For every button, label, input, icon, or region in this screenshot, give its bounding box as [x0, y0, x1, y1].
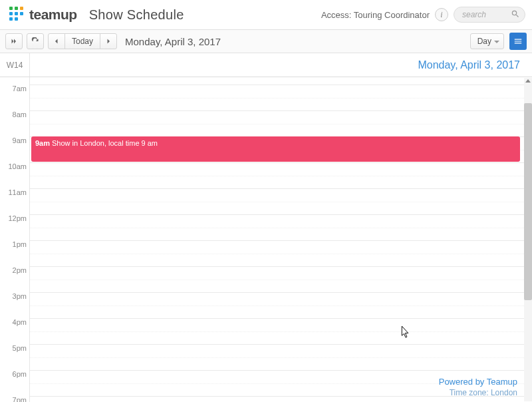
view-selector[interactable]: Day [470, 33, 504, 49]
search-icon[interactable] [511, 9, 520, 19]
time-label: 2pm [0, 266, 30, 274]
logo[interactable]: teamup [9, 7, 77, 23]
halfhour-gridline [30, 228, 532, 228]
time-label: 1pm [0, 240, 30, 248]
info-icon[interactable]: i [435, 8, 448, 21]
app-header: teamup Show Schedule Access: Touring Coo… [0, 0, 532, 29]
time-label: 10am [0, 162, 30, 170]
footer: Powered by Teamup Time zone: London [439, 377, 517, 397]
chevron-double-right-icon [10, 37, 18, 45]
prev-button[interactable] [48, 33, 65, 49]
chevron-right-icon [104, 37, 112, 45]
halfhour-gridline [30, 254, 532, 254]
hour-gridline [30, 292, 532, 293]
chevron-left-icon [53, 37, 61, 45]
hour-gridline [30, 214, 532, 215]
event-title: Show in London, local time 9 am [52, 139, 158, 147]
search-wrap [454, 7, 525, 23]
time-label: 4pm [0, 318, 30, 326]
event-time: 9am [35, 139, 50, 147]
hour-gridline [30, 240, 532, 241]
vertical-scrollbar[interactable] [524, 78, 532, 401]
time-label: 3pm [0, 292, 30, 300]
menu-button[interactable] [509, 33, 527, 50]
header-right: Access: Touring Coordinator i [321, 7, 525, 23]
time-label: 12pm [0, 214, 30, 222]
time-label: 11am [0, 188, 30, 196]
time-gutter: 7am8am9am10am11am12pm1pm2pm3pm4pm5pm6pm7… [0, 77, 30, 402]
toolbar: Today Monday, April 3, 2017 Day [0, 29, 532, 53]
timezone-label[interactable]: Time zone: London [439, 388, 517, 397]
halfhour-gridline [30, 202, 532, 202]
refresh-button[interactable] [27, 33, 44, 49]
view-selector-label: Day [477, 37, 491, 46]
day-date-label[interactable]: Monday, April 3, 2017 [30, 59, 532, 71]
logo-icon [9, 7, 25, 23]
hour-gridline [30, 188, 532, 189]
logo-text: teamup [29, 7, 77, 23]
hour-gridline [30, 110, 532, 111]
toolbar-date: Monday, April 3, 2017 [125, 36, 221, 47]
time-label: 7am [0, 85, 30, 93]
time-label: 9am [0, 136, 30, 144]
calendar-title: Show Schedule [89, 7, 184, 23]
hour-gridline [30, 370, 532, 371]
halfhour-gridline [30, 357, 532, 358]
next-button[interactable] [100, 33, 117, 49]
halfhour-gridline [30, 98, 532, 99]
calendar-event[interactable]: 9amShow in London, local time 9 am [31, 136, 520, 162]
time-label: 6pm [0, 370, 30, 378]
halfhour-gridline [30, 124, 532, 124]
hour-gridline [30, 85, 532, 85]
hour-gridline [30, 266, 532, 267]
powered-by-link[interactable]: Powered by Teamup [439, 377, 517, 387]
calendar-body: 7am8am9am10am11am12pm1pm2pm3pm4pm5pm6pm7… [0, 77, 532, 402]
scroll-thumb[interactable] [524, 103, 532, 300]
refresh-icon [31, 37, 39, 45]
time-label: 8am [0, 110, 30, 118]
week-number: W14 [0, 53, 30, 77]
halfhour-gridline [30, 176, 532, 176]
time-grid[interactable]: 9amShow in London, local time 9 am [30, 77, 532, 402]
scroll-up-icon[interactable] [525, 79, 531, 83]
halfhour-gridline [30, 305, 532, 306]
hour-gridline [30, 162, 532, 163]
day-header: W14 Monday, April 3, 2017 [0, 53, 532, 77]
expand-sidebar-button[interactable] [5, 33, 23, 49]
toolbar-right: Day [470, 33, 527, 50]
hour-gridline [30, 344, 532, 345]
today-button[interactable]: Today [65, 33, 100, 49]
date-nav-group: Today [48, 33, 117, 49]
time-label: 5pm [0, 344, 30, 352]
halfhour-gridline [30, 280, 532, 280]
time-label: 7pm [0, 396, 30, 402]
halfhour-gridline [30, 331, 532, 332]
access-label: Access: Touring Coordinator [321, 10, 430, 20]
hour-gridline [30, 318, 532, 319]
menu-icon [513, 37, 523, 46]
